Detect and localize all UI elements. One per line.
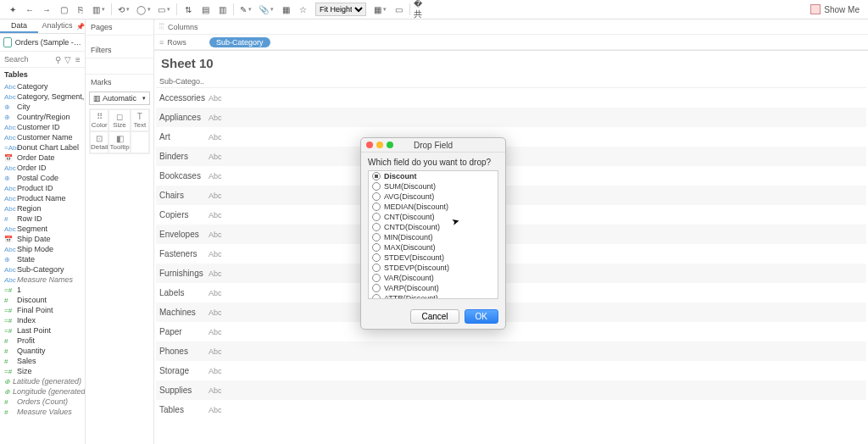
dialog-options-list: DiscountSUM(Discount)AVG(Discount)MEDIAN… xyxy=(368,170,498,299)
option-label: STDEV(Discount) xyxy=(384,253,444,262)
dialog-title: Drop Field xyxy=(414,141,453,150)
dialog-option[interactable]: CNT(Discount) xyxy=(369,212,498,222)
dialog-option[interactable]: VAR(Discount) xyxy=(369,273,498,283)
option-label: CNT(Discount) xyxy=(384,213,435,221)
dialog-option[interactable]: ATTR(Discount) xyxy=(369,293,498,299)
radio-icon xyxy=(372,172,381,180)
radio-icon xyxy=(372,284,381,292)
radio-icon xyxy=(372,192,381,201)
cancel-button[interactable]: Cancel xyxy=(410,309,459,324)
radio-icon xyxy=(372,223,381,231)
dialog-option[interactable]: CNTD(Discount) xyxy=(369,222,498,232)
dialog-option[interactable]: SUM(Discount) xyxy=(369,181,498,191)
dialog-option[interactable]: VARP(Discount) xyxy=(369,283,498,293)
radio-icon xyxy=(372,264,381,272)
option-label: ATTR(Discount) xyxy=(384,294,438,299)
option-label: VARP(Discount) xyxy=(384,284,439,292)
option-label: STDEVP(Discount) xyxy=(384,264,449,272)
radio-icon xyxy=(372,213,381,221)
option-label: AVG(Discount) xyxy=(384,192,434,201)
ok-button[interactable]: OK xyxy=(465,309,498,324)
radio-icon xyxy=(372,182,381,191)
option-label: VAR(Discount) xyxy=(384,274,434,282)
dialog-option[interactable]: MAX(Discount) xyxy=(369,242,498,253)
radio-icon xyxy=(372,243,381,252)
dialog-question: Which field do you want to drop? xyxy=(368,158,498,167)
dialog-option[interactable]: STDEV(Discount) xyxy=(369,253,498,263)
option-label: MEDIAN(Discount) xyxy=(384,203,448,211)
dialog-option[interactable]: AVG(Discount) xyxy=(369,191,498,202)
drop-field-dialog: Drop Field Which field do you want to dr… xyxy=(360,137,506,330)
radio-icon xyxy=(372,203,381,211)
dialog-option[interactable]: MEDIAN(Discount) xyxy=(369,202,498,212)
dialog-option[interactable]: Discount xyxy=(369,171,498,181)
option-label: MIN(Discount) xyxy=(384,233,433,241)
option-label: CNTD(Discount) xyxy=(384,223,440,231)
option-label: Discount xyxy=(384,172,417,180)
option-label: MAX(Discount) xyxy=(384,243,436,252)
radio-icon xyxy=(372,253,381,262)
radio-icon xyxy=(372,233,381,241)
radio-icon xyxy=(372,274,381,282)
minimize-icon[interactable] xyxy=(376,142,383,148)
dialog-option[interactable]: MIN(Discount) xyxy=(369,232,498,242)
radio-icon xyxy=(372,294,381,299)
dialog-option[interactable]: STDEVP(Discount) xyxy=(369,263,498,273)
option-label: SUM(Discount) xyxy=(384,182,436,191)
maximize-icon[interactable] xyxy=(387,142,393,148)
close-icon[interactable] xyxy=(366,142,373,148)
